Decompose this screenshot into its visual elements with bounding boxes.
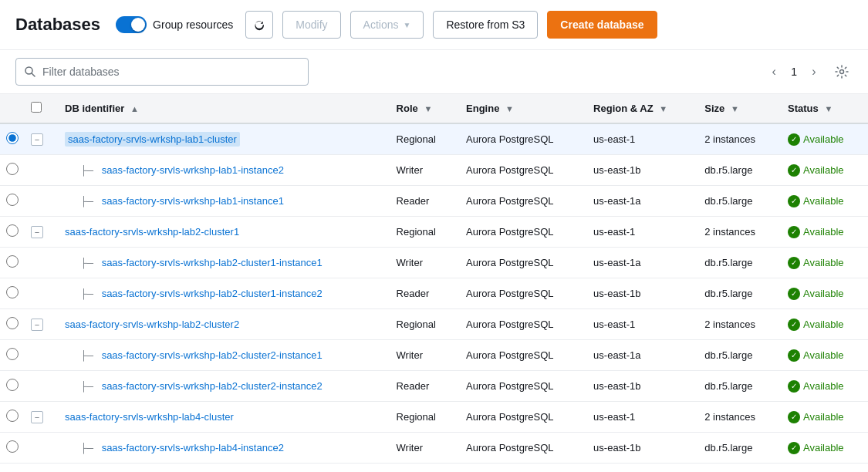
row-size: db.r5.large <box>695 155 778 186</box>
row-status: ✓ Available <box>778 278 868 309</box>
row-radio[interactable] <box>6 132 19 144</box>
table-row[interactable]: ├─ saas-factory-srvls-wrkshp-lab1-instan… <box>0 186 868 217</box>
prev-page-button[interactable]: ‹ <box>763 61 785 83</box>
row-radio[interactable] <box>6 163 19 175</box>
row-radio[interactable] <box>6 410 19 422</box>
row-status: ✓ Available <box>778 186 868 217</box>
search-input[interactable] <box>42 66 300 78</box>
table-row[interactable]: ├─ saas-factory-srvls-wrkshp-lab4-instan… <box>0 433 868 464</box>
row-db-identifier: ├─ saas-factory-srvls-wrkshp-lab2-cluste… <box>56 278 387 309</box>
col-db-identifier[interactable]: DB identifier ▲ <box>56 94 387 123</box>
row-engine: Aurora PostgreSQL <box>457 371 584 402</box>
pagination: ‹ 1 › <box>763 61 853 83</box>
settings-button[interactable] <box>831 61 853 83</box>
row-radio[interactable] <box>6 194 19 206</box>
col-size[interactable]: Size ▼ <box>695 94 778 123</box>
db-identifier-link[interactable]: saas-factory-srvls-wrkshp-lab2-cluster1-… <box>102 257 323 268</box>
db-identifier-link[interactable]: saas-factory-srvls-wrkshp-lab1-instance1 <box>102 195 284 207</box>
row-status: ✓ Available <box>778 340 868 371</box>
row-db-identifier: ├─ saas-factory-srvls-wrkshp-lab4-instan… <box>56 433 387 464</box>
tree-line: ├─ <box>80 350 96 361</box>
collapse-button[interactable]: − <box>31 226 43 238</box>
db-identifier-link[interactable]: saas-factory-srvls-wrkshp-lab2-cluster2-… <box>102 380 323 392</box>
db-identifier-link[interactable]: saas-factory-srvls-wrkshp-lab1-cluster <box>65 132 240 147</box>
search-container <box>15 58 309 86</box>
row-radio[interactable] <box>6 348 19 360</box>
db-identifier-link[interactable]: saas-factory-srvls-wrkshp-lab2-cluster1-… <box>102 288 323 299</box>
status-available-icon: ✓ <box>788 226 800 238</box>
status-badge: ✓ Available <box>788 133 859 146</box>
row-db-identifier: saas-factory-srvls-wrkshp-lab2-cluster1 <box>56 217 387 248</box>
row-engine: Aurora PostgreSQL <box>457 402 584 433</box>
col-engine[interactable]: Engine ▼ <box>457 94 584 123</box>
collapse-button[interactable]: − <box>31 319 43 331</box>
row-size: 2 instances <box>695 217 778 248</box>
col-region-az[interactable]: Region & AZ ▼ <box>584 94 695 123</box>
col-role[interactable]: Role ▼ <box>387 94 457 123</box>
row-size: db.r5.large <box>695 433 778 464</box>
status-badge: ✓ Available <box>788 226 859 238</box>
row-radio[interactable] <box>6 379 19 391</box>
row-status: ✓ Available <box>778 217 868 248</box>
collapse-button[interactable]: − <box>31 133 43 146</box>
table-row[interactable]: − saas-factory-srvls-wrkshp-lab4-cluster… <box>0 402 868 433</box>
row-radio-cell <box>0 278 28 309</box>
create-database-button[interactable]: Create database <box>547 11 657 39</box>
row-db-identifier: saas-factory-srvls-wrkshp-lab2-cluster2 <box>56 309 387 340</box>
databases-table: DB identifier ▲ Role ▼ Engine ▼ Region &… <box>0 94 868 464</box>
status-available-icon: ✓ <box>788 319 800 331</box>
collapse-button[interactable]: − <box>31 411 43 423</box>
tree-line: ├─ <box>80 443 96 453</box>
row-role: Writer <box>387 340 457 371</box>
db-identifier-link[interactable]: saas-factory-srvls-wrkshp-lab2-cluster2-… <box>102 349 323 361</box>
row-region-az: us-east-1a <box>584 248 695 278</box>
row-size: db.r5.large <box>695 340 778 371</box>
settings-icon <box>835 65 849 79</box>
db-identifier-link[interactable]: saas-factory-srvls-wrkshp-lab2-cluster2 <box>65 319 239 330</box>
table-row[interactable]: − saas-factory-srvls-wrkshp-lab2-cluster… <box>0 309 868 340</box>
db-identifier-link[interactable]: saas-factory-srvls-wrkshp-lab4-instance2 <box>102 442 284 453</box>
restore-from-s3-button[interactable]: Restore from S3 <box>433 11 538 39</box>
row-region-az: us-east-1b <box>584 155 695 186</box>
table-row[interactable]: ├─ saas-factory-srvls-wrkshp-lab1-instan… <box>0 155 868 186</box>
row-radio[interactable] <box>6 286 19 298</box>
row-role: Regional <box>387 309 457 340</box>
table-row[interactable]: ├─ saas-factory-srvls-wrkshp-lab2-cluste… <box>0 340 868 371</box>
row-role: Regional <box>387 402 457 433</box>
next-page-button[interactable]: › <box>803 61 825 83</box>
refresh-button[interactable] <box>245 11 273 39</box>
col-status[interactable]: Status ▼ <box>778 94 868 123</box>
group-resources-toggle[interactable] <box>116 16 147 33</box>
page-number: 1 <box>791 66 797 78</box>
db-identifier-link[interactable]: saas-factory-srvls-wrkshp-lab4-cluster <box>65 411 234 423</box>
row-radio[interactable] <box>6 255 19 268</box>
table-row[interactable]: − saas-factory-srvls-wrkshp-lab1-cluster… <box>0 123 868 155</box>
db-identifier-link[interactable]: saas-factory-srvls-wrkshp-lab1-instance2 <box>102 164 284 176</box>
modify-button[interactable]: Modify <box>282 11 340 39</box>
row-radio-cell <box>0 123 28 155</box>
row-region-az: us-east-1 <box>584 309 695 340</box>
table-row[interactable]: ├─ saas-factory-srvls-wrkshp-lab2-cluste… <box>0 248 868 278</box>
status-badge: ✓ Available <box>788 442 859 454</box>
row-indent-cell <box>28 433 56 464</box>
row-db-identifier: saas-factory-srvls-wrkshp-lab4-cluster <box>56 402 387 433</box>
table-row[interactable]: ├─ saas-factory-srvls-wrkshp-lab2-cluste… <box>0 371 868 402</box>
row-radio[interactable] <box>6 440 19 453</box>
col-expand <box>28 94 56 123</box>
table-row[interactable]: − saas-factory-srvls-wrkshp-lab2-cluster… <box>0 217 868 248</box>
row-radio[interactable] <box>6 317 19 329</box>
actions-button[interactable]: Actions ▼ <box>350 11 424 39</box>
select-all-checkbox[interactable] <box>31 102 42 113</box>
row-engine: Aurora PostgreSQL <box>457 155 584 186</box>
row-role: Writer <box>387 155 457 186</box>
refresh-icon <box>254 19 265 31</box>
row-size: 2 instances <box>695 402 778 433</box>
tree-line: ├─ <box>80 196 96 207</box>
row-radio[interactable] <box>6 224 19 237</box>
row-radio-cell <box>0 217 28 248</box>
table-row[interactable]: ├─ saas-factory-srvls-wrkshp-lab2-cluste… <box>0 278 868 309</box>
row-role: Writer <box>387 248 457 278</box>
row-engine: Aurora PostgreSQL <box>457 123 584 155</box>
table-header-row: DB identifier ▲ Role ▼ Engine ▼ Region &… <box>0 94 868 123</box>
db-identifier-link[interactable]: saas-factory-srvls-wrkshp-lab2-cluster1 <box>65 226 239 238</box>
